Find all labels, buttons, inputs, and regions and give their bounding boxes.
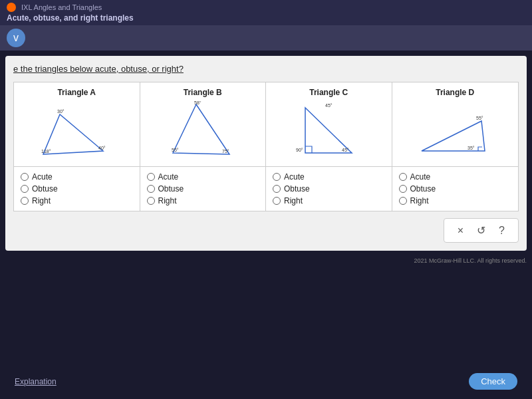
app-name: IXL Angles and Triangles <box>21 3 102 11</box>
options-c-cell: Acute Obtuse Right <box>266 167 392 211</box>
options-a-cell: Acute Obtuse Right <box>14 167 140 211</box>
radio-d-right[interactable] <box>399 197 407 205</box>
explanation-button[interactable]: Explanation <box>15 377 57 386</box>
triangle-b-angle-br: 75° <box>222 149 229 154</box>
triangle-c-angle-bl: 90° <box>296 148 303 152</box>
triangle-a-cell: Triangle A 30° 118° 40° <box>14 82 140 166</box>
titlebar: IXL Angles and Triangles Acute, obtuse, … <box>0 0 532 25</box>
triangle-c-angle-top: 45° <box>325 103 332 108</box>
triangle-c-header: Triangle C <box>270 88 388 97</box>
triangle-a-header: Triangle A <box>18 88 136 97</box>
options-d-cell: Acute Obtuse Right <box>392 167 519 211</box>
radio-a-acute[interactable] <box>21 173 29 181</box>
radio-c-obtuse[interactable] <box>273 185 281 193</box>
triangle-b-figure: 58° 75° 55° <box>144 101 262 161</box>
footer: Explanation Check <box>5 369 527 394</box>
action-buttons-group: × ↺ ? <box>444 218 519 243</box>
triangle-a-angle-bl: 118° <box>41 149 51 154</box>
copyright-text: 2021 McGraw-Hill LLC. All rights reserve… <box>0 256 532 265</box>
toolbar: v <box>0 25 532 51</box>
check-button[interactable]: Check <box>469 373 517 390</box>
options-b-cell: Acute Obtuse Right <box>140 167 267 211</box>
triangle-d-header: Triangle D <box>396 88 515 97</box>
svg-marker-0 <box>43 114 103 154</box>
triangle-b-angle-bl: 55° <box>172 148 179 152</box>
triangle-b-header: Triangle B <box>144 88 262 97</box>
triangles-grid: Triangle A 30° 118° 40° Triangle B 58° <box>13 82 519 167</box>
option-a-obtuse[interactable]: Obtuse <box>21 184 133 194</box>
triangle-d-cell: Triangle D 55° 35° <box>392 82 519 166</box>
option-d-acute[interactable]: Acute <box>399 172 512 182</box>
expand-button[interactable]: v <box>7 29 25 47</box>
radio-b-right[interactable] <box>147 197 155 205</box>
app-subtitle: Acute, obtuse, and right triangles <box>7 13 525 23</box>
bottom-action-row: × ↺ ? <box>13 218 519 243</box>
radio-c-right[interactable] <box>273 197 281 205</box>
option-c-right[interactable]: Right <box>273 196 385 205</box>
svg-marker-1 <box>173 104 229 154</box>
triangle-a-angle-br: 40° <box>98 146 106 150</box>
triangle-d-figure: 55° 35° <box>396 101 515 161</box>
triangle-c-figure: 45° 45° 90° <box>270 101 388 161</box>
triangle-a-angle-top: 30° <box>57 109 65 114</box>
help-button[interactable]: ? <box>495 223 509 238</box>
radio-b-acute[interactable] <box>147 173 155 181</box>
undo-button[interactable]: ↺ <box>473 223 489 238</box>
radio-d-acute[interactable] <box>399 173 407 181</box>
option-d-right[interactable]: Right <box>399 196 512 205</box>
option-d-obtuse[interactable]: Obtuse <box>399 184 512 194</box>
options-row: Acute Obtuse Right Acute Obtuse <box>13 167 519 211</box>
radio-d-obtuse[interactable] <box>399 185 407 193</box>
option-a-acute[interactable]: Acute <box>21 172 133 182</box>
svg-marker-3 <box>422 121 485 151</box>
option-b-obtuse[interactable]: Obtuse <box>147 184 259 194</box>
clear-button[interactable]: × <box>454 223 467 238</box>
option-a-right[interactable]: Right <box>21 196 133 205</box>
triangle-a-figure: 30° 118° 40° <box>18 101 136 161</box>
main-content: e the triangles below acute, obtuse, or … <box>5 56 527 251</box>
triangle-d-angle-top: 55° <box>476 116 483 120</box>
option-b-acute[interactable]: Acute <box>147 172 259 182</box>
question-text: e the triangles below acute, obtuse, or … <box>13 64 519 74</box>
triangle-c-cell: Triangle C 45° 45° 90° <box>266 82 392 166</box>
app-icon <box>7 3 16 12</box>
triangle-b-cell: Triangle B 58° 75° 55° <box>140 82 267 166</box>
radio-a-right[interactable] <box>21 197 29 205</box>
triangle-b-angle-top: 58° <box>194 101 201 105</box>
option-b-right[interactable]: Right <box>147 196 259 205</box>
triangle-d-angle-br: 35° <box>467 146 475 150</box>
radio-a-obtuse[interactable] <box>21 185 29 193</box>
option-c-acute[interactable]: Acute <box>273 172 385 182</box>
radio-c-acute[interactable] <box>273 173 281 181</box>
radio-b-obtuse[interactable] <box>147 185 155 193</box>
triangle-c-angle-br: 45° <box>342 148 349 152</box>
option-c-obtuse[interactable]: Obtuse <box>273 184 385 194</box>
